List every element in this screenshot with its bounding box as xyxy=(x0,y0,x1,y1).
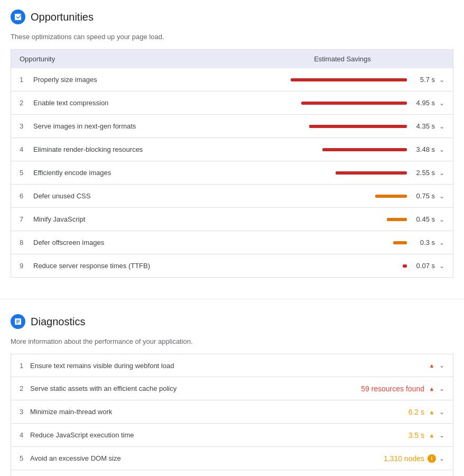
chevron-down-icon[interactable]: ⌄ xyxy=(439,408,444,416)
savings-value: 5.7 s xyxy=(411,76,435,84)
savings-bar xyxy=(309,125,407,128)
opportunity-left: 2 Enable text compression xyxy=(11,94,232,112)
col-savings: Estimated Savings xyxy=(232,50,453,68)
savings-bar xyxy=(393,241,407,244)
opportunity-row[interactable]: 1 Properly size images 5.7 s ⌄ xyxy=(11,68,453,91)
bar-container xyxy=(240,125,407,128)
diagnostic-right: 1,310 nodes i ⌄ xyxy=(384,454,444,463)
opportunity-right: 0.07 s ⌄ xyxy=(232,257,453,275)
diagnostics-subtitle: More information about the performance o… xyxy=(11,337,453,345)
row-number: 3 xyxy=(20,408,30,416)
opportunities-title: Opportunities xyxy=(31,11,94,23)
opportunity-left: 8 Defer offscreen images xyxy=(11,233,232,252)
opportunity-left: 1 Properly size images xyxy=(11,70,232,89)
diagnostic-row[interactable]: 1 Ensure text remains visible during web… xyxy=(11,354,453,377)
diagnostic-row[interactable]: 6 Avoid enormous network payloads Total … xyxy=(11,470,453,476)
chevron-down-icon[interactable]: ⌄ xyxy=(439,99,444,107)
diagnostic-right: 3.5 s ▲ ⌄ xyxy=(409,431,444,440)
diagnostic-value: 6.2 s xyxy=(409,408,424,416)
bar-container xyxy=(240,78,407,81)
diagnostic-row[interactable]: 3 Minimize main-thread work 6.2 s ▲ ⌄ xyxy=(11,400,453,424)
diagnostic-right: 59 resources found ▲ ⌄ xyxy=(361,385,444,393)
chevron-down-icon[interactable]: ⌄ xyxy=(439,262,444,270)
diagnostic-label: Serve static assets with an efficient ca… xyxy=(30,385,361,392)
row-number: 1 xyxy=(20,362,30,370)
diagnostic-label: Avoid an excessive DOM size xyxy=(30,454,384,462)
row-number: 1 xyxy=(20,76,27,84)
diagnostic-value: 1,310 nodes xyxy=(384,454,424,463)
bar-container xyxy=(240,102,407,105)
row-number: 4 xyxy=(20,431,30,439)
savings-bar xyxy=(322,148,407,151)
savings-value: 0.07 s xyxy=(411,262,435,270)
diagnostic-label: Minimize main-thread work xyxy=(30,408,409,416)
opportunity-row[interactable]: 3 Serve images in next-gen formats 4.35 … xyxy=(11,115,453,138)
warning-icon: ▲ xyxy=(428,431,436,440)
savings-bar xyxy=(336,171,407,175)
opportunities-header: Opportunities xyxy=(11,5,453,29)
section-divider xyxy=(0,299,464,299)
row-number: 6 xyxy=(20,192,27,200)
savings-value: 3.48 s xyxy=(411,145,435,153)
info-icon: i xyxy=(428,454,436,463)
chevron-down-icon[interactable]: ⌄ xyxy=(439,193,444,200)
warning-icon: ▲ xyxy=(428,361,436,370)
opportunity-right: 0.45 s ⌄ xyxy=(232,210,453,228)
row-number: 4 xyxy=(20,145,27,153)
opportunity-right: 4.35 s ⌄ xyxy=(232,117,453,135)
diagnostic-row[interactable]: 4 Reduce JavaScript execution time 3.5 s… xyxy=(11,424,453,447)
diagnostic-label: Reduce JavaScript execution time xyxy=(30,431,409,439)
row-number: 5 xyxy=(20,169,27,177)
diagnostic-right: ▲ ⌄ xyxy=(428,361,444,370)
opportunity-label: Eliminate render-blocking resources xyxy=(33,145,143,153)
warning-icon: ▲ xyxy=(428,408,436,416)
row-number: 7 xyxy=(20,215,27,223)
diagnostics-section: Diagnostics More information about the p… xyxy=(0,310,464,476)
bar-container xyxy=(240,218,407,221)
opportunity-label: Defer offscreen images xyxy=(33,239,104,246)
savings-value: 4.35 s xyxy=(411,122,435,130)
chevron-down-icon[interactable]: ⌄ xyxy=(439,385,444,392)
opportunity-label: Reduce server response times (TTFB) xyxy=(33,262,150,270)
diagnostic-value: 59 resources found xyxy=(361,385,424,393)
savings-value: 4.95 s xyxy=(411,99,435,107)
opportunity-left: 9 Reduce server response times (TTFB) xyxy=(11,257,232,275)
savings-value: 2.55 s xyxy=(411,169,435,177)
opportunities-icon xyxy=(11,10,25,24)
chevron-down-icon[interactable]: ⌄ xyxy=(439,169,444,177)
chevron-down-icon[interactable]: ⌄ xyxy=(439,362,444,369)
opportunity-row[interactable]: 9 Reduce server response times (TTFB) 0.… xyxy=(11,254,453,278)
diagnostics-title: Diagnostics xyxy=(31,316,85,328)
chevron-down-icon[interactable]: ⌄ xyxy=(439,76,444,84)
opportunity-label: Defer unused CSS xyxy=(33,192,90,200)
opportunity-left: 3 Serve images in next-gen formats xyxy=(11,117,232,135)
row-number: 2 xyxy=(20,385,30,392)
savings-value: 0.3 s xyxy=(411,239,435,246)
chevron-down-icon[interactable]: ⌄ xyxy=(439,123,444,130)
bar-container xyxy=(240,264,407,268)
diagnostic-row[interactable]: 5 Avoid an excessive DOM size 1,310 node… xyxy=(11,447,453,470)
opportunity-row[interactable]: 7 Minify JavaScript 0.45 s ⌄ xyxy=(11,208,453,231)
chevron-down-icon[interactable]: ⌄ xyxy=(439,432,444,439)
opportunity-row[interactable]: 6 Defer unused CSS 0.75 s ⌄ xyxy=(11,185,453,208)
savings-bar xyxy=(291,78,407,81)
chevron-down-icon[interactable]: ⌄ xyxy=(439,455,444,462)
savings-bar xyxy=(301,102,407,105)
opportunity-label: Efficiently encode images xyxy=(33,169,111,177)
opportunity-label: Serve images in next-gen formats xyxy=(33,122,136,130)
opportunity-row[interactable]: 8 Defer offscreen images 0.3 s ⌄ xyxy=(11,231,453,254)
opportunity-right: 4.95 s ⌄ xyxy=(232,94,453,112)
row-number: 8 xyxy=(20,239,27,246)
chevron-down-icon[interactable]: ⌄ xyxy=(439,146,444,153)
diagnostic-row[interactable]: 2 Serve static assets with an efficient … xyxy=(11,377,453,400)
diagnostics-header: Diagnostics xyxy=(11,310,453,333)
savings-value: 0.75 s xyxy=(411,192,435,200)
chevron-down-icon[interactable]: ⌄ xyxy=(439,239,444,246)
opportunity-row[interactable]: 4 Eliminate render-blocking resources 3.… xyxy=(11,138,453,161)
opportunity-label: Properly size images xyxy=(33,76,97,84)
opportunity-label: Enable text compression xyxy=(33,99,108,107)
opportunity-row[interactable]: 5 Efficiently encode images 2.55 s ⌄ xyxy=(11,161,453,185)
chevron-down-icon[interactable]: ⌄ xyxy=(439,216,444,223)
opportunity-right: 0.75 s ⌄ xyxy=(232,187,453,205)
opportunity-row[interactable]: 2 Enable text compression 4.95 s ⌄ xyxy=(11,91,453,115)
